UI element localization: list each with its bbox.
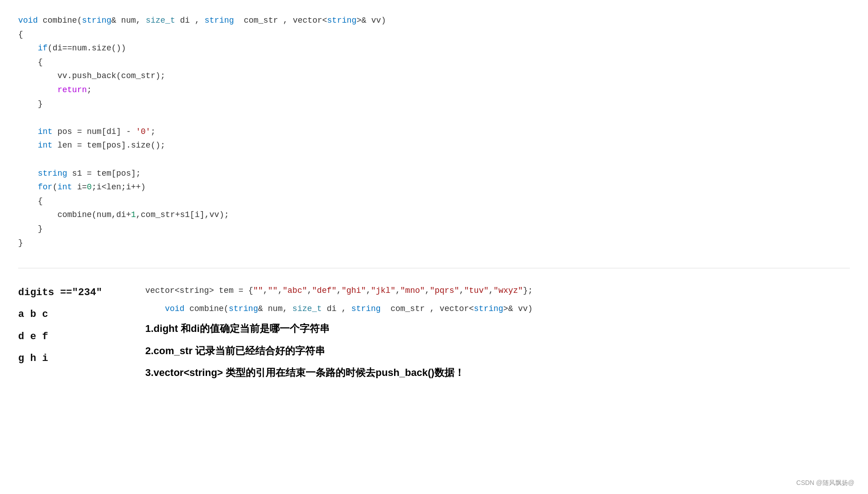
explanation-section: digits =="234" a b c d e f g h i vector<… — [18, 282, 850, 384]
code-line-11 — [18, 153, 850, 167]
def-label: d e f — [18, 326, 136, 348]
code-line-12: string s1 = tem[pos]; — [18, 167, 850, 181]
code-line-15: combine(num,di+1,com_str+s1[i],vv); — [18, 208, 850, 222]
note2: 2.com_str 记录当前已经结合好的字符串 — [145, 340, 850, 362]
main-container: void combine(string& num, size_t di , st… — [0, 0, 868, 393]
code-line-1: void combine(string& num, size_t di , st… — [18, 14, 850, 28]
note1: 1.dight 和di的值确定当前是哪一个字符串 — [145, 318, 850, 340]
right-content: vector<string> tem = {"","","abc","def",… — [145, 282, 850, 384]
vector-line: vector<string> tem = {"","","abc","def",… — [145, 282, 850, 300]
divider — [18, 268, 850, 268]
code-line-16: } — [18, 222, 850, 236]
code-line-5: vv.push_back(com_str); — [18, 69, 850, 83]
code-line-8 — [18, 111, 850, 125]
combine-sig: void combine(string& num, size_t di , st… — [145, 300, 850, 318]
note3: 3.vector<string> 类型的引用在结束一条路的时候去push_bac… — [145, 362, 850, 384]
code-line-10: int len = tem[pos].size(); — [18, 138, 850, 153]
code-line-2: { — [18, 28, 850, 42]
code-line-4: { — [18, 55, 850, 69]
code-line-17: } — [18, 236, 850, 250]
watermark: CSDN @随风飘扬@ — [796, 479, 854, 487]
code-line-9: int pos = num[di] - '0'; — [18, 125, 850, 139]
digits-label: digits =="234" — [18, 282, 136, 304]
left-labels: digits =="234" a b c d e f g h i — [18, 282, 145, 370]
ghi-label: g h i — [18, 348, 136, 370]
code-line-3: if(di==num.size()) — [18, 41, 850, 55]
code-block: void combine(string& num, size_t di , st… — [18, 9, 850, 254]
code-line-14: { — [18, 194, 850, 208]
code-line-13: for(int i=0;i<len;i++) — [18, 180, 850, 194]
code-line-7: } — [18, 97, 850, 111]
abc-label: a b c — [18, 304, 136, 326]
code-line-6: return; — [18, 83, 850, 97]
